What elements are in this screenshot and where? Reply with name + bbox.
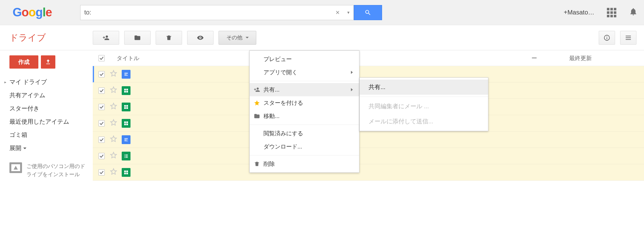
submenu-item-share[interactable]: 共有... bbox=[360, 80, 488, 95]
view-toggle-button[interactable] bbox=[620, 31, 636, 45]
notifications-icon[interactable] bbox=[629, 7, 638, 18]
create-button[interactable]: 作成 bbox=[9, 55, 38, 69]
row-checkbox[interactable] bbox=[98, 137, 105, 143]
row-checkbox[interactable] bbox=[98, 120, 105, 126]
menu-item-label: ダウンロード... bbox=[264, 143, 302, 150]
action-toolbar: その他 bbox=[93, 31, 644, 45]
install-drive-promo[interactable]: ご使用のパソコン用のドライブをインストール bbox=[9, 162, 93, 178]
submenu-arrow-icon bbox=[351, 88, 353, 91]
file-type-icon bbox=[122, 152, 130, 160]
star-toggle[interactable] bbox=[110, 102, 117, 111]
trash-icon bbox=[165, 34, 172, 41]
upload-icon bbox=[45, 59, 51, 65]
sidebar-item-label: 展開 bbox=[9, 144, 21, 152]
menu-item-delete[interactable]: 削除 bbox=[250, 157, 359, 171]
menu-item-preview[interactable]: プレビュー bbox=[250, 53, 359, 66]
menu-item-move[interactable]: 移動... bbox=[250, 109, 359, 123]
menu-item-label: アプリで開く bbox=[264, 69, 297, 76]
file-type-icon bbox=[122, 135, 130, 144]
global-header: Google × ▼ +Masato… bbox=[0, 0, 644, 25]
sidebar-item-label: マイ ドライブ bbox=[9, 78, 47, 86]
submenu-item-email-collaborators: 共同編集者にメール ... bbox=[360, 99, 488, 114]
sidebar-item-label: 共有アイテム bbox=[9, 91, 45, 99]
file-type-icon bbox=[122, 70, 130, 79]
preview-button[interactable] bbox=[187, 31, 214, 45]
delete-button[interactable] bbox=[156, 31, 182, 45]
main-content: 作成 ▸マイ ドライブ 共有アイテム スター付き 最近使用したアイテム ゴミ箱 … bbox=[0, 50, 644, 181]
share-button[interactable] bbox=[93, 31, 119, 45]
sidebar-item-shared[interactable]: 共有アイテム bbox=[9, 89, 93, 102]
drive-desktop-icon bbox=[9, 162, 22, 173]
more-actions-button[interactable]: その他 bbox=[219, 31, 256, 45]
menu-item-share[interactable]: 共有... bbox=[250, 83, 359, 96]
row-checkbox[interactable] bbox=[98, 87, 105, 94]
star-toggle[interactable] bbox=[110, 135, 117, 144]
row-checkbox[interactable] bbox=[98, 71, 105, 77]
person-add-icon bbox=[103, 34, 109, 41]
row-checkbox[interactable] bbox=[98, 153, 105, 159]
menu-item-mark-viewed[interactable]: 閲覧済みにする bbox=[250, 127, 359, 140]
column-last-updated[interactable]: 最終更新 bbox=[569, 54, 638, 62]
file-type-icon bbox=[122, 168, 130, 177]
menu-item-add-star[interactable]: スターを付ける bbox=[250, 96, 359, 109]
row-checkbox[interactable] bbox=[98, 104, 105, 110]
file-list: タイトル ー 最終更新 プレビュー アプリで開く 共有... スターを付ける 移… bbox=[93, 50, 644, 181]
submenu-item-email-as-attachment: メールに添付して送信... bbox=[360, 114, 488, 129]
search-icon bbox=[364, 9, 371, 16]
star-toggle[interactable] bbox=[110, 70, 117, 79]
star-toggle[interactable] bbox=[110, 151, 117, 160]
google-logo[interactable]: Google bbox=[13, 6, 52, 19]
menu-item-label: 共有... bbox=[264, 86, 280, 93]
upload-button[interactable] bbox=[41, 55, 55, 69]
sub-header: ドライブ その他 bbox=[0, 25, 644, 50]
sidebar-item-label: ゴミ箱 bbox=[9, 131, 27, 139]
menu-item-label: プレビュー bbox=[264, 55, 292, 63]
clear-search-icon[interactable]: × bbox=[332, 8, 343, 17]
sidebar-item-my-drive[interactable]: ▸マイ ドライブ bbox=[9, 76, 93, 89]
file-type-icon bbox=[122, 119, 130, 128]
menu-item-label: 削除 bbox=[264, 160, 275, 168]
list-header: タイトル ー 最終更新 bbox=[93, 50, 644, 66]
row-checkbox[interactable] bbox=[98, 169, 105, 176]
star-toggle[interactable] bbox=[110, 86, 117, 95]
sidebar-item-trash[interactable]: ゴミ箱 bbox=[9, 128, 93, 142]
details-toggle-button[interactable] bbox=[599, 31, 615, 45]
star-toggle[interactable] bbox=[110, 168, 117, 177]
search-container: × ▼ bbox=[80, 5, 382, 20]
eye-icon bbox=[197, 34, 204, 41]
star-toggle[interactable] bbox=[110, 119, 117, 128]
promo-text: ご使用のパソコン用のドライブをインストール bbox=[26, 162, 86, 178]
search-box: × ▼ bbox=[80, 5, 354, 20]
apps-launcher-icon[interactable] bbox=[607, 8, 616, 17]
folder-icon bbox=[253, 113, 260, 120]
sidebar-item-label: 最近使用したアイテム bbox=[9, 118, 69, 126]
sidebar-item-starred[interactable]: スター付き bbox=[9, 102, 93, 115]
caret-down-icon bbox=[23, 148, 26, 149]
search-options-caret-icon[interactable]: ▼ bbox=[343, 10, 353, 15]
file-type-icon bbox=[122, 86, 130, 95]
move-to-folder-button[interactable] bbox=[124, 31, 151, 45]
menu-item-open-with[interactable]: アプリで開く bbox=[250, 66, 359, 79]
caret-down-icon bbox=[246, 37, 249, 38]
menu-item-label: スターを付ける bbox=[264, 99, 303, 107]
search-button[interactable] bbox=[354, 5, 382, 20]
file-row[interactable] bbox=[93, 148, 644, 164]
menu-item-label: メールに添付して送信... bbox=[369, 117, 433, 126]
menu-item-label: 閲覧済みにする bbox=[264, 130, 303, 137]
sidebar-item-recent[interactable]: 最近使用したアイテム bbox=[9, 115, 93, 128]
menu-item-label: 移動... bbox=[264, 112, 280, 120]
more-actions-label: その他 bbox=[226, 34, 242, 41]
file-type-icon bbox=[122, 103, 130, 111]
file-row[interactable] bbox=[93, 164, 644, 181]
star-icon bbox=[253, 99, 260, 106]
menu-item-download[interactable]: ダウンロード... bbox=[250, 140, 359, 153]
sidebar-item-expand[interactable]: 展開 bbox=[9, 142, 93, 155]
search-input[interactable] bbox=[80, 9, 332, 16]
menu-item-label: 共同編集者にメール ... bbox=[369, 102, 429, 110]
google-plus-profile-link[interactable]: +Masato… bbox=[564, 9, 594, 16]
folder-icon bbox=[134, 34, 141, 41]
menu-item-label: 共有... bbox=[369, 83, 386, 91]
file-row[interactable] bbox=[93, 132, 644, 148]
select-all-checkbox[interactable] bbox=[98, 55, 105, 61]
product-title[interactable]: ドライブ bbox=[0, 32, 93, 44]
